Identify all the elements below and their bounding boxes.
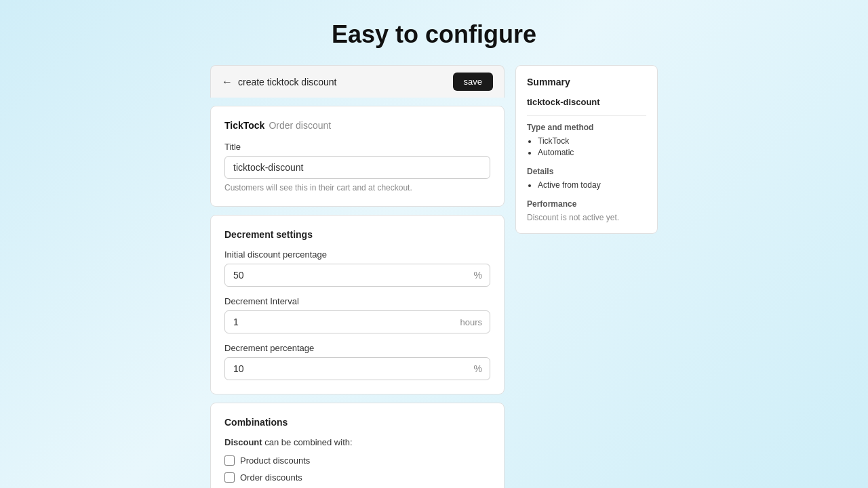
summary-details-label: Details [527, 167, 646, 176]
decrement-settings-card: Decrement settings Initial discount perc… [210, 215, 505, 394]
summary-type-method-item-1: Automatic [538, 148, 646, 157]
top-bar: ← create ticktock discount save [210, 65, 505, 98]
decrement-percentage-input[interactable] [224, 357, 490, 380]
combinations-desc: Discount can be combined with: [224, 437, 490, 447]
product-discounts-checkbox-item: Product discounts [224, 455, 490, 466]
summary-type-method-list: TickTock Automatic [527, 136, 646, 157]
order-discounts-checkbox[interactable] [224, 472, 235, 483]
order-discounts-label: Order discounts [240, 472, 302, 483]
summary-details-item-0: Active from today [538, 180, 646, 190]
back-arrow-icon[interactable]: ← [222, 76, 233, 88]
combinations-card: Combinations Discount can be combined wi… [210, 403, 505, 488]
summary-performance-label: Performance [527, 199, 646, 209]
discount-brand-label: TickTock [224, 120, 264, 131]
title-helper-text: Customers will see this in their cart an… [224, 183, 490, 192]
title-input[interactable] [224, 156, 490, 179]
decrement-percentage-label: Decrement percentage [224, 343, 490, 353]
discount-type-label: Order discount [269, 120, 331, 131]
summary-type-method-label: Type and method [527, 123, 646, 132]
combinations-section-title: Combinations [224, 417, 490, 428]
decrement-interval-suffix: hours [460, 317, 482, 327]
product-discounts-label: Product discounts [240, 455, 310, 466]
summary-card: Summary ticktock-discount Type and metho… [515, 65, 658, 234]
initial-discount-input[interactable] [224, 264, 490, 287]
save-button[interactable]: save [453, 73, 493, 91]
summary-discount-name: ticktock-discount [527, 97, 646, 107]
page-title: Easy to configure [332, 20, 536, 49]
top-bar-title: create ticktock discount [238, 77, 337, 87]
discount-type-card: TickTock Order discount Title Customers … [210, 106, 505, 207]
decrement-percentage-suffix: % [474, 363, 482, 374]
initial-discount-label: Initial discount percentage [224, 249, 490, 260]
combinations-desc-bold: Discount [224, 437, 262, 447]
title-label: Title [224, 142, 490, 152]
summary-type-method-item-0: TickTock [538, 136, 646, 146]
decrement-interval-input[interactable] [224, 310, 490, 333]
summary-performance-text: Discount is not active yet. [527, 213, 646, 222]
product-discounts-checkbox[interactable] [224, 455, 235, 466]
initial-discount-suffix: % [474, 270, 482, 281]
decrement-section-title: Decrement settings [224, 229, 490, 240]
decrement-interval-label: Decrement Interval [224, 296, 490, 306]
summary-title: Summary [527, 77, 646, 87]
order-discounts-checkbox-item: Order discounts [224, 472, 490, 483]
summary-details-list: Active from today [527, 180, 646, 190]
